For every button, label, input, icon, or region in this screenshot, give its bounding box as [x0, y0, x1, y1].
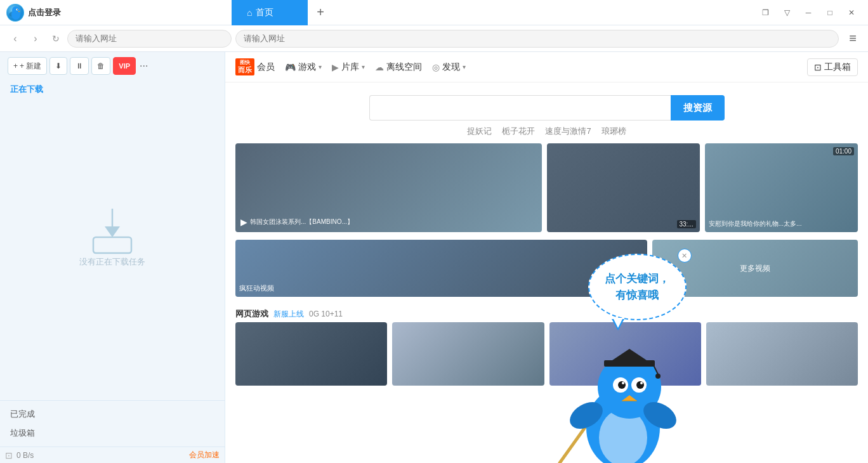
thumb-time-1: 33:...: [677, 220, 696, 228]
download-icon: ⬇: [55, 62, 62, 70]
downloading-label: 正在下载: [0, 80, 225, 98]
content-nav: 图快 而乐 会员 🎮 游戏 ▾ ▶ 片库 ▾ ☁ 离线空间 ◎ 发现: [225, 52, 868, 82]
hint-item-3[interactable]: 琅琊榜: [602, 126, 626, 137]
main-address-input[interactable]: [235, 30, 839, 48]
pause-icon: ⏸: [76, 62, 83, 70]
section-extra-tag: 0G 10+11: [309, 310, 343, 318]
more-button[interactable]: ···: [140, 60, 148, 72]
section-new-tag[interactable]: 新服上线: [273, 309, 304, 320]
home-icon: ⌂: [247, 8, 252, 18]
thumb-row-1: ▶ 韩国女团泳装系列...【BAMBINO...】 33:... 安慰到你是我给…: [235, 143, 858, 232]
library-dropdown-icon: ▾: [362, 63, 365, 70]
library-icon: ▶: [332, 62, 339, 72]
empty-download-icon: [81, 205, 144, 256]
vip-label: 会员: [257, 62, 275, 73]
thumb-item-2[interactable]: 安慰到你是我给你的礼物...太多... 01:00: [705, 143, 858, 232]
vip-badge: 图快 而乐: [235, 58, 254, 75]
game-thumb-0[interactable]: [235, 322, 387, 386]
search-area: 搜资源 捉妖记 栀子花开 速度与激情7 琅琊榜: [225, 82, 868, 143]
game-nav-item[interactable]: 🎮 游戏 ▾: [285, 59, 322, 75]
address-bar: ‹ › ↻ ≡: [0, 25, 868, 52]
content-sections: ▶ 韩国女团泳装系列...【BAMBINO...】 33:... 安慰到你是我给…: [225, 143, 868, 393]
delete-button[interactable]: 🗑: [91, 57, 110, 75]
section-title: 网页游戏: [235, 308, 268, 320]
vip-button[interactable]: VIP: [113, 57, 136, 75]
game-label: 游戏: [298, 62, 316, 73]
download-icon-button[interactable]: ⬇: [49, 57, 67, 75]
address-input[interactable]: [67, 30, 232, 48]
svg-marker-9: [105, 226, 120, 237]
search-button[interactable]: 搜资源: [671, 95, 725, 121]
toolbox-label: 工具箱: [824, 62, 851, 73]
logo-area: 点击登录: [6, 4, 232, 22]
discover-nav-item[interactable]: ◎ 发现 ▾: [432, 59, 466, 75]
search-box: 搜资源: [369, 95, 725, 121]
thumb-item-crazy[interactable]: 疯狂动视频 02:19: [235, 240, 647, 297]
cloud-nav-item[interactable]: ☁ 离线空间: [375, 59, 422, 75]
home-tab-label: 首页: [256, 7, 273, 18]
cloud-label: 离线空间: [386, 62, 422, 73]
game-thumb-2[interactable]: [549, 322, 701, 386]
hint-item-2[interactable]: 速度与激情7: [545, 126, 591, 137]
thumb-item-1[interactable]: 33:...: [547, 143, 700, 232]
refresh-button[interactable]: ↻: [47, 30, 65, 48]
svg-point-11: [586, 387, 660, 463]
win-pin-button[interactable]: ❐: [755, 4, 775, 22]
monitor-icon: ⊡: [5, 450, 13, 460]
win-close-button[interactable]: ✕: [841, 4, 862, 22]
thumb-label-0: 韩国女团泳装系列...【BAMBINO...】: [250, 218, 353, 226]
delete-icon: 🗑: [97, 62, 105, 70]
home-tab[interactable]: ⌂ 首页: [232, 0, 308, 25]
sidebar-status-bar: ⊡ 0 B/s 会员加速: [0, 447, 225, 463]
thumb-item-0[interactable]: ▶ 韩国女团泳装系列...【BAMBINO...】: [235, 143, 542, 232]
more-videos-label: 更多视频: [740, 263, 770, 274]
plus-icon: +: [13, 62, 18, 70]
toolbox-button[interactable]: ⊡ 工具箱: [807, 58, 858, 76]
discover-icon: ◎: [432, 62, 440, 72]
sidebar-bottom: 已完成 垃圾箱: [0, 400, 225, 447]
vip-boost-link[interactable]: 会员加速: [189, 450, 220, 460]
forward-button[interactable]: ›: [27, 30, 44, 48]
win-minimize-button[interactable]: ─: [798, 4, 819, 22]
title-bar: 点击登录 ⌂ 首页 + ❐ ▽ ─ □ ✕: [0, 0, 868, 25]
tab-bar: ⌂ 首页 +: [232, 0, 755, 25]
add-tab-button[interactable]: +: [310, 3, 331, 23]
thumb-row-2: 疯狂动视频 02:19 更多视频: [235, 240, 858, 297]
app-title: 点击登录: [28, 7, 61, 18]
play-icon: ▶: [240, 217, 247, 227]
win-settings-button[interactable]: ▽: [777, 4, 797, 22]
menu-button[interactable]: ≡: [844, 30, 862, 48]
svg-point-27: [638, 396, 680, 434]
svg-point-3: [12, 6, 20, 14]
win-maximize-button[interactable]: □: [820, 4, 840, 22]
search-input[interactable]: [369, 95, 671, 121]
thumb-row-3: [235, 322, 858, 386]
window-controls: ❐ ▽ ─ □ ✕: [755, 4, 862, 22]
vip-nav-item[interactable]: 图快 而乐 会员: [235, 58, 275, 75]
back-button[interactable]: ‹: [6, 30, 24, 48]
discover-label: 发现: [442, 62, 460, 73]
main-layout: + + 新建 ⬇ ⏸ 🗑 VIP ··· 正在下载: [0, 52, 868, 463]
cloud-icon: ☁: [375, 62, 384, 72]
trash-item[interactable]: 垃圾箱: [10, 425, 214, 441]
svg-marker-24: [622, 395, 637, 401]
content-area: 图快 而乐 会员 🎮 游戏 ▾ ▶ 片库 ▾ ☁ 离线空间 ◎ 发现: [225, 52, 868, 463]
section-row: 网页游戏 新服上线 0G 10+11: [235, 304, 858, 322]
new-download-button[interactable]: + + 新建: [8, 57, 47, 75]
empty-state-text: 没有正在下载任务: [79, 256, 145, 268]
search-hints: 捉妖记 栀子花开 速度与激情7 琅琊榜: [467, 126, 626, 137]
thumb-item-more[interactable]: 更多视频: [652, 240, 858, 297]
discover-dropdown-icon: ▾: [463, 63, 466, 70]
svg-point-26: [565, 396, 607, 434]
completed-item[interactable]: 已完成: [10, 406, 214, 422]
svg-point-12: [599, 409, 647, 463]
hint-item-1[interactable]: 栀子花开: [502, 126, 535, 137]
game-thumb-3[interactable]: [706, 322, 858, 386]
game-thumb-1[interactable]: [392, 322, 544, 386]
library-nav-item[interactable]: ▶ 片库 ▾: [332, 59, 365, 75]
toolbox-icon: ⊡: [814, 62, 822, 72]
library-label: 片库: [341, 62, 359, 73]
pause-button[interactable]: ⏸: [70, 57, 89, 75]
sidebar: + + 新建 ⬇ ⏸ 🗑 VIP ··· 正在下载: [0, 52, 225, 463]
hint-item-0[interactable]: 捉妖记: [467, 126, 492, 137]
